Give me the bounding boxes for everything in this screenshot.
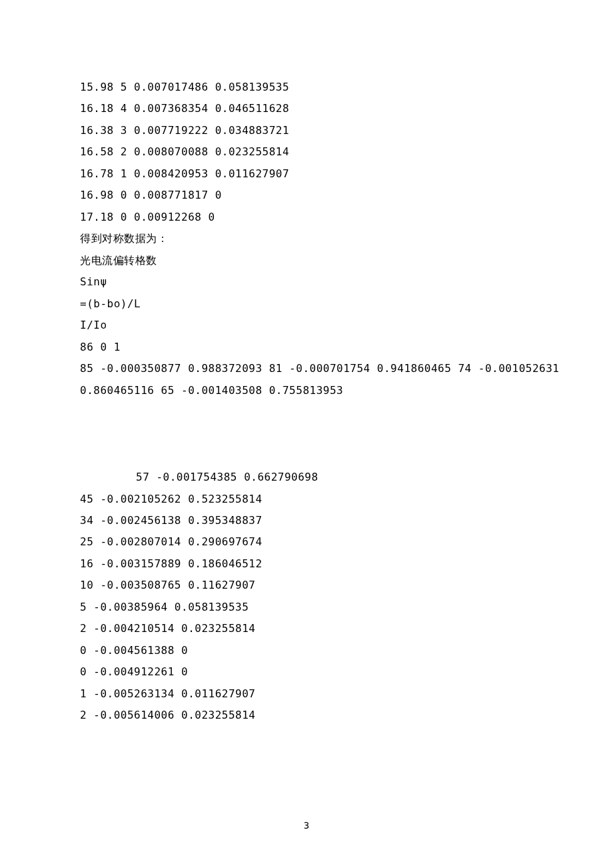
data-line: 0 -0.004912261 0 xyxy=(80,661,533,683)
paragraph-gap xyxy=(80,401,533,467)
data-line: 0.860465116 65 -0.001403508 0.755813953 xyxy=(80,380,533,401)
data-line: 16.18 4 0.007368354 0.046511628 xyxy=(80,98,533,119)
data-line: 15.98 5 0.007017486 0.058139535 xyxy=(80,77,533,98)
label-line: I/Io xyxy=(80,315,533,336)
data-line: 85 -0.000350877 0.988372093 81 -0.000701… xyxy=(80,358,533,379)
data-line: 45 -0.002105262 0.523255814 xyxy=(80,489,533,510)
data-line: 57 -0.001754385 0.662790698 xyxy=(80,467,533,488)
label-line: Sinψ xyxy=(80,271,533,293)
data-line: 5 -0.00385964 0.058139535 xyxy=(80,597,533,618)
data-line: 34 -0.002456138 0.395348837 xyxy=(80,510,533,531)
data-line: 16.38 3 0.007719222 0.034883721 xyxy=(80,120,533,141)
formula-line: =(b-bo)/L xyxy=(80,293,533,315)
data-line: 86 0 1 xyxy=(80,337,533,358)
data-line: 2 -0.005614006 0.023255814 xyxy=(80,705,533,726)
data-line: 16.58 2 0.008070088 0.023255814 xyxy=(80,141,533,163)
data-line: 0 -0.004561388 0 xyxy=(80,640,533,661)
data-line: 25 -0.002807014 0.290697674 xyxy=(80,531,533,553)
data-line: 16.98 0 0.008771817 0 xyxy=(80,185,533,206)
data-line: 16.78 1 0.008420953 0.011627907 xyxy=(80,163,533,185)
data-line: 16 -0.003157889 0.186046512 xyxy=(80,553,533,575)
heading-line: 得到对称数据为： xyxy=(80,228,533,249)
document-page: 15.98 5 0.007017486 0.058139535 16.18 4 … xyxy=(0,0,613,868)
data-line: 17.18 0 0.00912268 0 xyxy=(80,207,533,228)
data-line: 1 -0.005263134 0.011627907 xyxy=(80,683,533,705)
page-number: 3 xyxy=(0,816,613,835)
label-line: 光电流偏转格数 xyxy=(80,250,533,271)
data-line: 10 -0.003508765 0.11627907 xyxy=(80,575,533,596)
data-line: 2 -0.004210514 0.023255814 xyxy=(80,618,533,639)
